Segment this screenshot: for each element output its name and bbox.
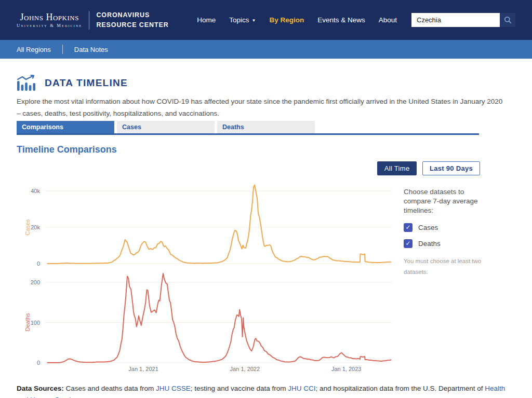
search-button[interactable]: [500, 13, 515, 27]
dataset-option-cases[interactable]: ✓ Cases: [404, 223, 483, 232]
link-jhu-csse[interactable]: JHU CSSE: [156, 385, 191, 392]
x-tick-label: Jan 1, 2022: [230, 366, 260, 372]
tab-cases[interactable]: Cases: [117, 121, 215, 133]
page: Johns Hopkins University & Medicine CORO…: [0, 0, 532, 398]
checkbox-checked-icon[interactable]: ✓: [404, 223, 413, 232]
subnav-divider: [62, 45, 63, 54]
checkbox-checked-icon[interactable]: ✓: [404, 239, 413, 248]
link-jhu-cci[interactable]: JHU CCI: [288, 385, 315, 392]
y-tick-label: 20k: [31, 224, 40, 230]
sources-text: Cases and deaths data from: [64, 385, 156, 392]
dataset-panel: Choose datasets to compare 7-day average…: [404, 187, 483, 278]
last-90-days-button[interactable]: Last 90 Days: [422, 161, 480, 175]
main-nav: Home Topics▼ By Region Events & News Abo…: [197, 13, 515, 27]
subnav-all-regions[interactable]: All Regions: [17, 46, 51, 53]
jhu-logo-text: Johns Hopkins University & Medicine: [17, 12, 82, 28]
logo-divider: [89, 11, 89, 30]
deaths-series-line: [47, 273, 391, 363]
nav-topics[interactable]: Topics▼: [229, 16, 256, 24]
search-icon: [504, 16, 512, 24]
dataset-option-deaths[interactable]: ✓ Deaths: [404, 239, 483, 248]
subnav-data-notes[interactable]: Data Notes: [74, 46, 108, 53]
y-tick-label: 100: [31, 319, 40, 325]
nav-about[interactable]: About: [379, 16, 397, 24]
jhu-name: Johns Hopkins: [17, 12, 82, 22]
jhu-subname: University & Medicine: [17, 23, 82, 28]
nav-topics-label: Topics: [229, 16, 249, 24]
x-tick-label: Jan 1, 2023: [331, 366, 362, 372]
y-tick-label: 40k: [31, 188, 40, 194]
x-tick-label: Jan 1, 2021: [128, 366, 158, 372]
cases-series-line: [47, 185, 391, 264]
page-title-row: DATA TIMELINE: [17, 75, 515, 91]
crc-logo-text: CORONAVIRUS RESOURCE CENTER: [96, 10, 168, 30]
dataset-option-cases-label: Cases: [418, 224, 438, 231]
page-title: DATA TIMELINE: [45, 77, 128, 89]
data-sources-label: Data Sources:: [17, 385, 64, 392]
tab-comparisons[interactable]: Comparisons: [17, 121, 114, 133]
chart-timeline-icon: [17, 75, 37, 91]
intro-text: Explore the most vital information about…: [17, 96, 505, 120]
y-tick-label: 200: [31, 279, 40, 285]
jhu-crc-logo[interactable]: Johns Hopkins University & Medicine CORO…: [17, 10, 169, 30]
nav-events-news[interactable]: Events & News: [317, 16, 365, 24]
crc-line1: CORONAVIRUS: [96, 10, 168, 20]
sources-text: ; testing and vaccine data from: [191, 385, 288, 392]
dataset-prompt: Choose datasets to compare 7-day average…: [404, 187, 483, 216]
main-content: DATA TIMELINE Explore the most vital inf…: [0, 75, 532, 398]
y-tick-label: 0: [37, 360, 40, 366]
sources-text: .: [82, 396, 84, 398]
data-sources: Data Sources: Cases and deaths data from…: [17, 383, 509, 398]
top-header: Johns Hopkins University & Medicine CORO…: [0, 0, 532, 40]
tab-deaths[interactable]: Deaths: [217, 121, 315, 133]
crc-line2: RESOURCE CENTER: [96, 20, 168, 30]
nav-home[interactable]: Home: [197, 16, 216, 24]
y-tick-label: 0: [37, 260, 40, 267]
nav-by-region[interactable]: By Region: [269, 16, 304, 24]
timeline-tabs: Comparisons Cases Deaths: [17, 121, 479, 135]
search-bar: [411, 13, 515, 27]
comparison-timeline-chart: 020k40kCases0100200DeathsJan 1, 2021Jan …: [17, 173, 401, 377]
caret-down-icon: ▼: [251, 18, 256, 23]
y-axis-label-cases: Cases: [24, 219, 31, 236]
dataset-note: You must choose at least two datasets.: [404, 256, 483, 279]
dataset-option-deaths-label: Deaths: [418, 240, 441, 248]
y-axis-label-deaths: Deaths: [24, 313, 31, 331]
chart-area: All Time Last 90 Days Choose datasets to…: [17, 155, 480, 377]
region-subnav: All Regions Data Notes: [0, 40, 532, 59]
section-title: Timeline Comparisons: [17, 144, 515, 155]
sources-text: ; and hospitalization data from the U.S.…: [316, 385, 485, 392]
search-input[interactable]: [411, 13, 500, 27]
